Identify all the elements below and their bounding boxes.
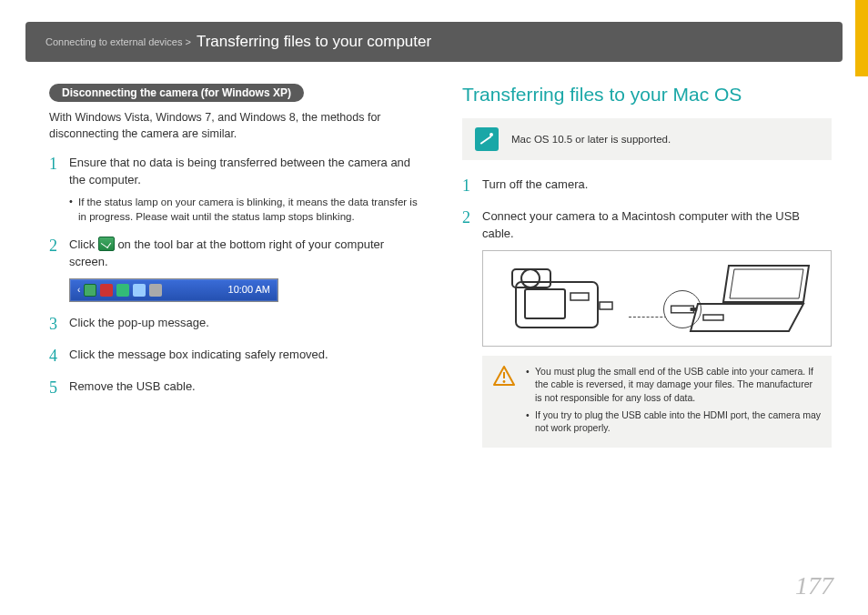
step-number: 3: [49, 315, 69, 334]
tray-network-icon: [116, 284, 129, 297]
safely-remove-icon: [98, 237, 115, 251]
info-note: Mac OS 10.5 or later is supported.: [462, 118, 832, 160]
breadcrumb: Connecting to external devices >: [45, 36, 191, 47]
svg-rect-2: [512, 269, 550, 287]
lead-text: With Windows Vista, Windows 7, and Windo…: [49, 109, 419, 142]
step-text: Remove the USB cable.: [69, 378, 419, 398]
header-bar: Connecting to external devices > Transfe…: [25, 22, 843, 62]
step-subtext: If the status lamp on your camera is bli…: [69, 195, 419, 224]
step-text: Ensure that no data is being transferred…: [69, 156, 410, 187]
step-number: 5: [49, 378, 69, 398]
svg-rect-11: [703, 315, 723, 320]
warning-icon: [493, 365, 515, 439]
note-text: Mac OS 10.5 or later is supported.: [511, 134, 671, 145]
page-number: 177: [795, 571, 833, 600]
taskbar-clock: 10:00 AM: [228, 283, 270, 297]
svg-marker-9: [730, 269, 803, 298]
step-text-pre: Click: [69, 237, 98, 251]
svg-marker-8: [723, 266, 809, 302]
laptop-illustration: [689, 260, 816, 337]
side-tab: [855, 0, 868, 76]
step-number: 1: [462, 176, 482, 196]
section-heading: Transferring files to your Mac OS: [462, 84, 832, 106]
svg-marker-10: [691, 304, 803, 331]
svg-rect-4: [570, 293, 589, 300]
step-number: 2: [462, 208, 482, 448]
step-text-post: on the tool bar at the bottom right of y…: [69, 237, 384, 268]
step-text: Turn off the camera.: [482, 176, 832, 196]
left-column: Disconnecting the camera (for Windows XP…: [49, 84, 419, 460]
warning-item: You must plug the small end of the USB c…: [526, 365, 821, 405]
svg-point-14: [503, 380, 506, 383]
step-text: Click the pop-up message.: [69, 315, 419, 334]
pen-note-icon: [475, 127, 499, 151]
page-title: Transferring files to your computer: [197, 33, 431, 51]
step-text: Connect your camera to a Macintosh compu…: [482, 209, 800, 240]
svg-point-3: [521, 269, 540, 287]
step-number: 1: [49, 155, 69, 224]
step-number: 2: [49, 237, 69, 302]
camera-illustration: [498, 260, 625, 337]
step-number: 4: [49, 347, 69, 366]
tray-shield-icon: [100, 284, 113, 297]
chevron-left-icon: ‹: [77, 284, 80, 297]
svg-rect-1: [525, 289, 565, 318]
step-text: Click the message box indicating safely …: [69, 347, 419, 366]
connection-diagram: [482, 250, 832, 347]
tray-remove-icon: [84, 284, 96, 297]
tray-volume-icon: [133, 284, 146, 297]
warning-item: If you try to plug the USB cable into th…: [526, 408, 821, 435]
warning-box: You must plug the small end of the USB c…: [482, 356, 832, 448]
section-pill: Disconnecting the camera (for Windows XP…: [49, 84, 304, 102]
tray-misc-icon: [149, 284, 162, 297]
taskbar-illustration: ‹ 10:00 AM: [69, 278, 278, 302]
svg-rect-5: [600, 302, 612, 309]
right-column: Transferring files to your Mac OS Mac OS…: [462, 84, 832, 460]
